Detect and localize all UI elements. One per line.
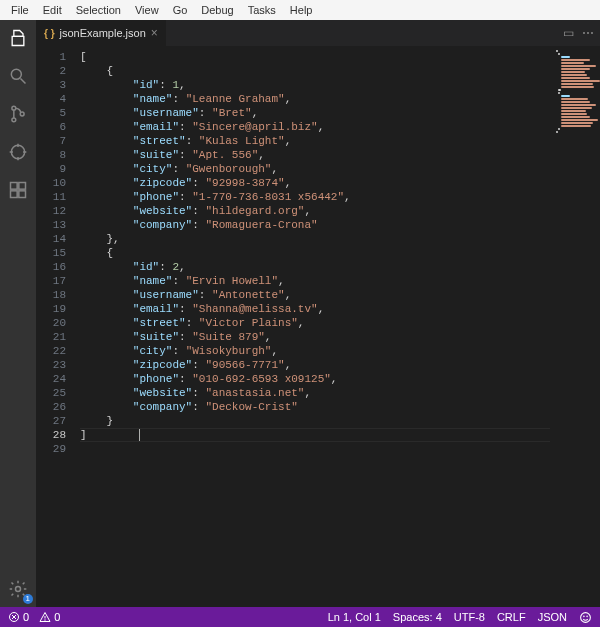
menu-help[interactable]: Help bbox=[283, 2, 320, 18]
status-eol[interactable]: CRLF bbox=[497, 611, 526, 623]
status-warnings[interactable]: 0 bbox=[39, 611, 60, 623]
status-errors[interactable]: 0 bbox=[8, 611, 29, 623]
tab-filename: jsonExample.json bbox=[60, 27, 146, 39]
menu-go[interactable]: Go bbox=[166, 2, 195, 18]
svg-rect-11 bbox=[19, 183, 26, 190]
svg-line-1 bbox=[21, 79, 26, 84]
svg-point-21 bbox=[584, 616, 585, 617]
source-control-icon[interactable] bbox=[6, 102, 30, 126]
json-file-icon: { } bbox=[44, 28, 55, 39]
svg-point-0 bbox=[11, 69, 21, 79]
menu-debug[interactable]: Debug bbox=[194, 2, 240, 18]
svg-rect-13 bbox=[19, 191, 26, 198]
status-spaces[interactable]: Spaces: 4 bbox=[393, 611, 442, 623]
menu-selection[interactable]: Selection bbox=[69, 2, 128, 18]
extensions-icon[interactable] bbox=[6, 178, 30, 202]
svg-point-3 bbox=[12, 118, 16, 122]
code-editor[interactable]: 1234567891011121314151617181920212223242… bbox=[36, 46, 600, 607]
menu-bar: File Edit Selection View Go Debug Tasks … bbox=[0, 0, 600, 20]
settings-gear-icon[interactable]: 1 bbox=[6, 577, 30, 601]
status-language[interactable]: JSON bbox=[538, 611, 567, 623]
svg-rect-12 bbox=[11, 191, 18, 198]
svg-rect-10 bbox=[11, 183, 18, 190]
code-content[interactable]: [ { "id": 1, "name": "Leanne Graham", "u… bbox=[80, 46, 600, 607]
status-bar: 0 0 Ln 1, Col 1 Spaces: 4 UTF-8 CRLF JSO… bbox=[0, 607, 600, 627]
more-actions-icon[interactable]: ⋯ bbox=[582, 26, 594, 40]
split-editor-icon[interactable]: ▭ bbox=[563, 26, 574, 40]
svg-point-5 bbox=[11, 145, 24, 158]
feedback-icon[interactable] bbox=[579, 611, 592, 624]
status-encoding[interactable]: UTF-8 bbox=[454, 611, 485, 623]
explorer-icon[interactable] bbox=[6, 26, 30, 50]
minimap[interactable] bbox=[550, 46, 600, 607]
status-ln-col[interactable]: Ln 1, Col 1 bbox=[328, 611, 381, 623]
menu-tasks[interactable]: Tasks bbox=[241, 2, 283, 18]
svg-point-14 bbox=[16, 587, 21, 592]
svg-point-4 bbox=[20, 112, 24, 116]
menu-edit[interactable]: Edit bbox=[36, 2, 69, 18]
tab-jsonexample[interactable]: { } jsonExample.json × bbox=[36, 20, 167, 46]
search-icon[interactable] bbox=[6, 64, 30, 88]
svg-point-2 bbox=[12, 106, 16, 110]
menu-view[interactable]: View bbox=[128, 2, 166, 18]
svg-point-22 bbox=[587, 616, 588, 617]
tab-bar: { } jsonExample.json × ▭ ⋯ bbox=[36, 20, 600, 46]
line-number-gutter: 1234567891011121314151617181920212223242… bbox=[36, 46, 80, 607]
svg-point-19 bbox=[45, 620, 46, 621]
menu-file[interactable]: File bbox=[4, 2, 36, 18]
settings-badge: 1 bbox=[23, 594, 33, 604]
debug-icon[interactable] bbox=[6, 140, 30, 164]
svg-point-20 bbox=[581, 612, 591, 622]
activity-bar: 1 bbox=[0, 20, 36, 607]
close-icon[interactable]: × bbox=[151, 27, 158, 39]
